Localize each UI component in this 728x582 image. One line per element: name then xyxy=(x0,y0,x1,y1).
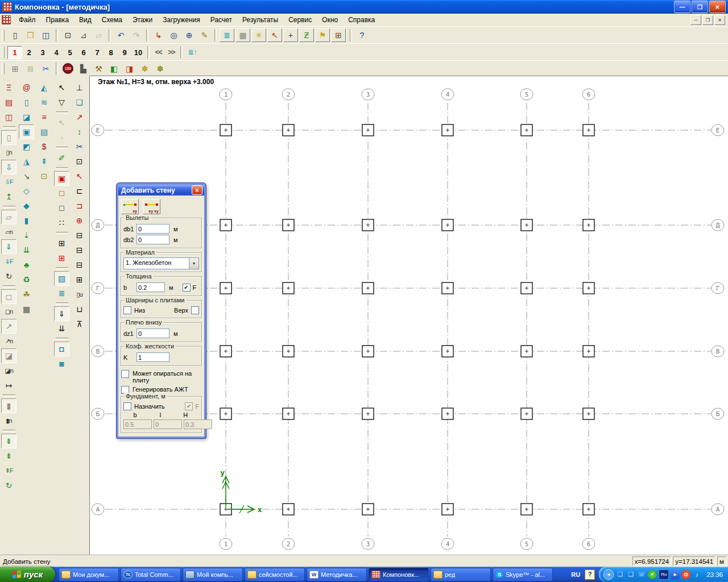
language-indicator[interactable]: RU xyxy=(568,571,583,578)
storey-copy-button[interactable]: ◭ xyxy=(36,80,52,95)
ucs-axes-button[interactable]: ↳ xyxy=(151,28,166,43)
load-weight-button[interactable]: 100 xyxy=(60,61,76,76)
scissors-button[interactable]: ✂ xyxy=(72,139,87,154)
wall-f-button[interactable]: ⇩F xyxy=(1,174,16,189)
floor-6-button[interactable]: 6 xyxy=(77,47,90,59)
new-corner-button[interactable]: ◪ xyxy=(19,110,34,124)
stiffness-input[interactable] xyxy=(136,352,169,362)
minimize-button[interactable]: — xyxy=(674,1,690,13)
mdi-close-button[interactable]: ✕ xyxy=(714,15,725,25)
ramp-button[interactable]: ↗ xyxy=(1,319,16,334)
hatch-plane-button[interactable]: ▨ xyxy=(54,271,69,286)
at-mark-button[interactable]: @ xyxy=(19,80,34,95)
drop-node-button[interactable]: ⇣ xyxy=(19,228,34,243)
layers-toggle-button[interactable]: ≣ xyxy=(220,28,234,42)
task-folder[interactable]: ред xyxy=(431,568,491,581)
green-tree-button[interactable]: ♣ xyxy=(19,257,34,272)
new-stair-button[interactable]: ◇ xyxy=(19,184,34,198)
new-slab-button[interactable]: ◩ xyxy=(19,139,34,154)
opening-n-button[interactable]: ◻n xyxy=(1,304,16,319)
task-skype[interactable]: SSkype™ - al... xyxy=(493,568,553,581)
toolbar-grip[interactable] xyxy=(2,63,5,74)
section-plane-button[interactable]: ⊿ xyxy=(76,28,91,43)
restore-button[interactable]: ❐ xyxy=(692,1,708,13)
pier-n-button[interactable]: ▮n xyxy=(1,413,16,428)
toolbar-grip[interactable] xyxy=(2,30,5,41)
dialer-icon[interactable]: ☏ xyxy=(637,570,646,579)
four-squares-button[interactable]: ∷ xyxy=(54,215,69,230)
new-node-button[interactable]: ✳ xyxy=(251,28,266,42)
menu-item[interactable]: Расчет xyxy=(205,15,237,26)
copy-sheet-button[interactable]: ❏ xyxy=(72,95,87,110)
context-help-button[interactable]: ? xyxy=(354,28,370,43)
plan-edit-button[interactable]: ◨ xyxy=(122,61,137,76)
hinge-bottom-checkbox[interactable] xyxy=(123,306,131,314)
wall-by-segment-button[interactable]: ху xyxy=(121,199,139,214)
load-f-button[interactable]: ⇞F xyxy=(1,463,16,478)
pane-button[interactable]: ⊞ xyxy=(54,236,69,251)
wall-button[interactable]: ▯ xyxy=(1,130,16,145)
task-totalcmd[interactable]: TcTotal Comm... xyxy=(121,568,181,581)
new-frame-button[interactable]: ▣ xyxy=(19,124,34,139)
thickness-input[interactable] xyxy=(136,282,165,292)
menu-item[interactable]: Сервис xyxy=(283,15,317,26)
new-pier-button[interactable]: ▮ xyxy=(19,213,34,228)
punto-ru-icon[interactable]: Ru xyxy=(659,569,669,580)
profile-left-button[interactable]: ⊏ xyxy=(72,184,87,198)
dialog-close-button[interactable]: ✕ xyxy=(192,185,202,195)
wall-n-button[interactable]: ▯n xyxy=(1,145,16,160)
edit-arrow-button[interactable]: ↖ xyxy=(72,169,87,184)
ramp-n-button[interactable]: ↗n xyxy=(1,334,16,348)
floor-4-button[interactable]: 4 xyxy=(49,47,63,59)
new-wall-button[interactable]: ▯ xyxy=(19,95,34,110)
menu-item[interactable]: Результаты xyxy=(237,15,283,26)
zoom-crosshair-button[interactable]: ⊕ xyxy=(181,28,197,43)
menu-item[interactable]: Загружения xyxy=(158,15,205,26)
menu-item[interactable]: Схема xyxy=(97,15,127,26)
new-ramp-button[interactable]: ◮ xyxy=(19,154,34,169)
plane-dots-3-button[interactable]: ⊟ xyxy=(72,257,87,272)
floor-5-button[interactable]: 5 xyxy=(63,47,77,59)
plant-button[interactable]: ☘ xyxy=(19,287,34,302)
floor-1-button[interactable]: 1 xyxy=(7,46,22,59)
marquee-select-button[interactable]: ⊡ xyxy=(60,28,76,43)
help-tray-icon[interactable]: ? xyxy=(585,569,595,580)
load-rotate-button[interactable]: ↻ xyxy=(1,478,16,493)
crane-machine-button[interactable]: ▙ xyxy=(76,61,91,76)
storey-list-button[interactable]: ≋ xyxy=(36,95,52,110)
dz1-input[interactable] xyxy=(136,329,169,338)
red-square-fill-button[interactable]: ▣ xyxy=(54,171,69,186)
pier-button[interactable]: ▮ xyxy=(1,398,16,413)
floor-7-button[interactable]: 7 xyxy=(90,47,104,59)
recycle-button[interactable]: ♻ xyxy=(19,272,34,287)
frame-copy-button[interactable]: ⊡ xyxy=(72,154,87,169)
cross-frame-button[interactable]: ⊕ xyxy=(72,213,87,228)
black-square-button[interactable]: □ xyxy=(54,201,69,215)
f-checkbox[interactable]: ✔ xyxy=(183,284,191,292)
slab-f-button[interactable]: ⇓F xyxy=(1,254,16,269)
go-up-floor-button[interactable]: ≣↑ xyxy=(185,45,200,60)
task-folder[interactable]: сейсмостой... xyxy=(245,568,305,581)
new-roof-button[interactable]: ◆ xyxy=(19,198,34,213)
db2-input[interactable] xyxy=(136,235,169,244)
antivirus-icon[interactable]: ✔ xyxy=(648,570,657,579)
network-2-icon[interactable]: ❏ xyxy=(626,570,635,579)
red-beam-button[interactable]: Ξ xyxy=(1,80,16,95)
new-descent-button[interactable]: ↘ xyxy=(19,169,34,184)
support-button[interactable]: ⊥ xyxy=(72,80,87,95)
plane-dots-2-button[interactable]: ⊟ xyxy=(72,243,87,257)
zoom-dynamic-button[interactable]: ◎ xyxy=(166,28,181,43)
combo-arrow-icon[interactable]: ▼ xyxy=(189,258,198,269)
menu-item[interactable]: Файл xyxy=(14,15,41,26)
vert-move-button[interactable]: ↕ xyxy=(72,124,87,139)
menu-item[interactable]: Этажи xyxy=(127,15,158,26)
volume-icon[interactable]: ♪ xyxy=(692,570,701,579)
floor-3-button[interactable]: 3 xyxy=(36,47,49,59)
red-frame-button[interactable]: ◫ xyxy=(1,110,16,124)
new-grid-button[interactable]: ▦ xyxy=(19,302,34,317)
red-square-button[interactable]: □ xyxy=(54,186,69,201)
close-button[interactable]: ✕ xyxy=(709,1,726,13)
down-arrow-button[interactable]: ⇓ xyxy=(54,306,69,321)
drop-nodes-button[interactable]: ⇊ xyxy=(19,243,34,257)
next-floors-button[interactable]: >> xyxy=(165,47,178,59)
